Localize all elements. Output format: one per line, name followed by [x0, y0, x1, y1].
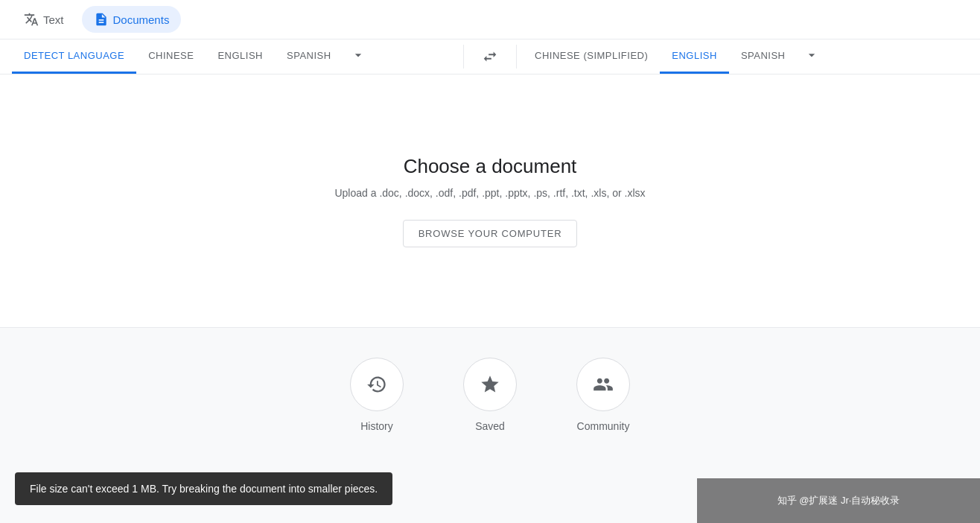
saved-icon-circle [463, 358, 517, 411]
swap-languages-btn[interactable] [470, 42, 510, 71]
history-label: History [360, 420, 393, 432]
bottom-section: History Saved Community [0, 328, 980, 469]
lang-divider-2 [516, 45, 517, 69]
target-chinese-simplified-tab[interactable]: CHINESE (SIMPLIFIED) [523, 39, 660, 74]
documents-tab-label: Documents [113, 13, 170, 26]
language-bar: DETECT LANGUAGE CHINESE ENGLISH SPANISH … [0, 39, 980, 75]
star-icon [480, 374, 500, 395]
top-bar: Text Documents [0, 0, 980, 39]
source-chinese-tab[interactable]: CHINESE [136, 39, 206, 74]
text-tab-label: Text [43, 13, 64, 26]
target-lang-dropdown[interactable] [797, 42, 827, 72]
documents-tab[interactable]: Documents [82, 6, 182, 33]
browse-computer-button[interactable]: BROWSE YOUR COMPUTER [403, 220, 578, 247]
documents-icon [94, 12, 109, 27]
watermark: 知乎 @扩展迷 Jr·自动秘收录 [697, 478, 980, 523]
translate-icon [24, 12, 39, 27]
source-spanish-tab[interactable]: SPANISH [275, 39, 343, 74]
target-english-tab[interactable]: ENGLISH [660, 39, 729, 74]
target-lang-section: CHINESE (SIMPLIFIED) ENGLISH SPANISH [523, 39, 968, 74]
community-label: Community [577, 420, 630, 432]
saved-item[interactable]: Saved [463, 358, 517, 432]
history-icon [366, 374, 387, 395]
choose-document-title: Choose a document [404, 155, 577, 178]
bottom-icons-row: History Saved Community [350, 358, 630, 432]
watermark-text: 知乎 @扩展迷 Jr·自动秘收录 [777, 494, 900, 507]
main-content-area: Choose a document Upload a .doc, .docx, … [0, 75, 980, 328]
error-message: File size can't exceed 1 MB. Try breakin… [30, 483, 378, 495]
history-item[interactable]: History [350, 358, 404, 432]
saved-label: Saved [475, 420, 505, 432]
source-lang-dropdown[interactable] [343, 42, 373, 72]
error-toast: File size can't exceed 1 MB. Try breakin… [15, 472, 392, 505]
community-icon [593, 374, 614, 395]
text-tab[interactable]: Text [12, 6, 76, 33]
upload-subtitle: Upload a .doc, .docx, .odf, .pdf, .ppt, … [334, 187, 645, 199]
history-icon-circle [350, 358, 404, 411]
lang-divider [463, 45, 464, 69]
detect-language-tab[interactable]: DETECT LANGUAGE [12, 39, 136, 74]
source-lang-section: DETECT LANGUAGE CHINESE ENGLISH SPANISH [12, 39, 457, 74]
community-icon-circle [576, 358, 630, 411]
community-item[interactable]: Community [576, 358, 630, 432]
source-english-tab[interactable]: ENGLISH [206, 39, 275, 74]
target-spanish-tab[interactable]: SPANISH [729, 39, 798, 74]
